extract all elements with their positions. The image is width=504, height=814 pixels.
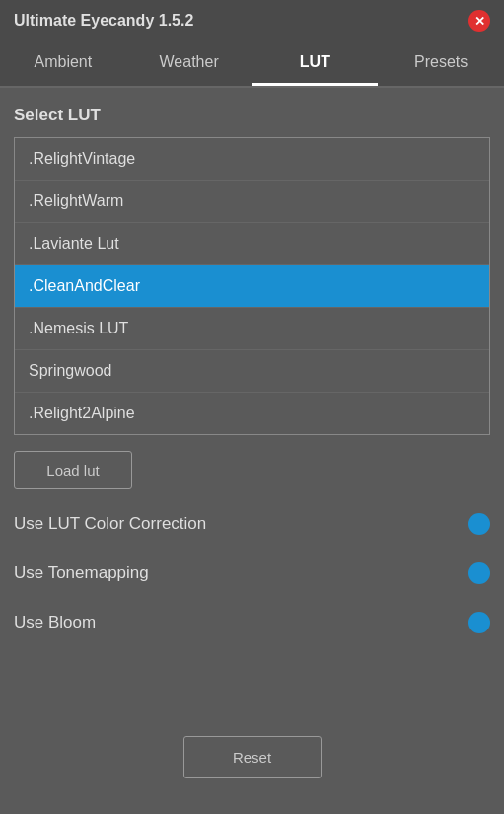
- lut-item-nemesis-lut[interactable]: .Nemesis LUT: [15, 308, 489, 350]
- tab-weather[interactable]: Weather: [126, 41, 252, 86]
- tab-presets[interactable]: Presets: [378, 41, 504, 86]
- lut-list: .RelightVintage .RelightWarm .Laviante L…: [14, 137, 490, 435]
- toggle-bloom-button[interactable]: [468, 612, 490, 633]
- load-lut-button[interactable]: Load lut: [14, 451, 132, 489]
- lut-item-clean-and-clear[interactable]: .CleanAndClear: [15, 265, 489, 308]
- close-button[interactable]: ✕: [468, 10, 490, 32]
- lut-item-laviante-lut[interactable]: .Laviante Lut: [15, 223, 489, 265]
- app-title: Ultimate Eyecandy 1.5.2: [14, 12, 193, 30]
- toggle-tonemapping: Use Tonemapping: [14, 562, 490, 584]
- toggle-tonemapping-button[interactable]: [468, 562, 490, 584]
- toggle-lut-color-correction-button[interactable]: [468, 513, 490, 535]
- toggle-lut-color-correction-label: Use LUT Color Correction: [14, 514, 206, 534]
- tab-lut[interactable]: LUT: [252, 41, 379, 86]
- lut-item-springwood[interactable]: Springwood: [15, 350, 489, 393]
- main-content: Select LUT .RelightVintage .RelightWarm …: [0, 88, 504, 814]
- lut-item-relight-warm[interactable]: .RelightWarm: [15, 181, 489, 223]
- section-label: Select LUT: [14, 106, 490, 125]
- lut-item-relight2alpine[interactable]: .Relight2Alpine: [15, 393, 489, 434]
- toggle-bloom: Use Bloom: [14, 612, 490, 633]
- lut-item-relight-vintage[interactable]: .RelightVintage: [15, 138, 489, 181]
- main-window: Ultimate Eyecandy 1.5.2 ✕ Ambient Weathe…: [0, 0, 504, 814]
- toggle-bloom-label: Use Bloom: [14, 613, 96, 632]
- tab-bar: Ambient Weather LUT Presets: [0, 41, 504, 88]
- title-bar: Ultimate Eyecandy 1.5.2 ✕: [0, 0, 504, 41]
- toggle-lut-color-correction: Use LUT Color Correction: [14, 513, 490, 535]
- spacer: [14, 661, 490, 736]
- reset-button[interactable]: Reset: [183, 736, 322, 778]
- toggle-tonemapping-label: Use Tonemapping: [14, 563, 149, 583]
- tab-ambient[interactable]: Ambient: [0, 41, 126, 86]
